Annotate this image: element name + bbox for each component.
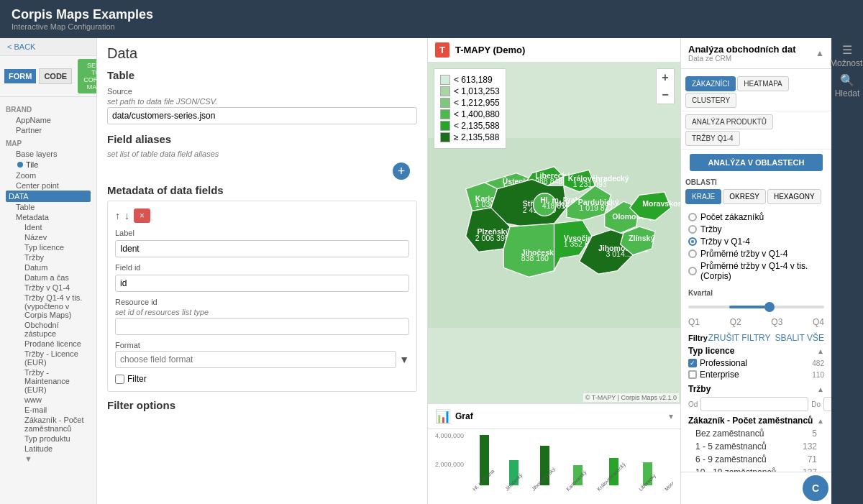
- oblasti-tab-kraje[interactable]: KRAJE: [685, 189, 721, 204]
- zakaznik-filter-header: Zákazník - Počet zaměstnanců ▲: [688, 416, 824, 426]
- radio-pocet-zakazniku[interactable]: Počet zákazníků: [688, 212, 824, 222]
- format-input[interactable]: [115, 351, 396, 368]
- sidebar-item-trzby[interactable]: Tržby: [23, 252, 91, 262]
- radio-prumerne-trzby-q14[interactable]: Průměrné tržby v Q1-4: [688, 249, 824, 259]
- tab-analyza-v-oblastech[interactable]: ANALÝZA V OBLASTECH: [690, 154, 823, 171]
- sbalit-vse-link[interactable]: SBALIT VŠE: [775, 333, 824, 343]
- sidebar-item-trzbyq14[interactable]: Tržby v Q1-4: [23, 283, 91, 293]
- sidebar-item-www[interactable]: www: [23, 395, 91, 405]
- move-down-button[interactable]: ↓: [124, 210, 129, 221]
- radio-trzby[interactable]: Tržby: [688, 224, 824, 234]
- tab-heatmapa[interactable]: HEATMAPA: [737, 76, 789, 91]
- sidebar-item-zakaznikpocet[interactable]: Zákazník - Počet zaměstnanců: [23, 415, 91, 434]
- sidebar-item-data[interactable]: DATA: [6, 191, 91, 202]
- radio-label-2: Tržby: [700, 224, 722, 234]
- tmapy-logo: T: [435, 42, 449, 58]
- filter-check-input[interactable]: [115, 375, 124, 384]
- enterprise-label[interactable]: Enterprise: [688, 370, 739, 380]
- map-legend: < 613,189 < 1,013,253 < 1,212,955 < 1,40…: [434, 68, 506, 149]
- legend-value-2: < 1,013,253: [454, 86, 500, 96]
- sidebar-item-ident[interactable]: Ident: [23, 222, 91, 232]
- metadata-subitems: Ident Název Typ licence Tržby Datum Datu…: [14, 222, 91, 464]
- sidebar-item-trzbyligence[interactable]: Tržby - Licence (EUR): [23, 349, 91, 367]
- source-input[interactable]: [107, 107, 417, 124]
- tab-analyza-produktu[interactable]: ANALÝZA PRODUKTŮ: [685, 114, 773, 129]
- sidebar-item-typlicence[interactable]: Typ licence: [23, 242, 91, 252]
- map-container[interactable]: < 613,189 < 1,013,253 < 1,212,955 < 1,40…: [428, 63, 680, 403]
- back-button[interactable]: < BACK: [0, 38, 96, 56]
- delete-button[interactable]: ×: [134, 209, 150, 223]
- sidebar-item-baselayers[interactable]: Base layers: [14, 149, 91, 159]
- trzby-chevron-icon[interactable]: ▲: [817, 385, 824, 393]
- tabs-row-2: ANALÝZA PRODUKTŮ TRŽBY Q1-4: [681, 111, 831, 150]
- tab-code[interactable]: CODE: [39, 68, 72, 84]
- radio-label-3: Tržby v Q1-4: [700, 237, 750, 247]
- trzby-od-input[interactable]: [700, 397, 808, 411]
- tab-clustery[interactable]: CLUSTERY: [685, 93, 736, 108]
- sidebar-item-typprodukt[interactable]: Typ produktu: [23, 434, 91, 444]
- chart-panel: 📊 Graf ▾ 4,000,000 2,000,000 Hl. m. Prah…: [428, 403, 680, 504]
- hledat-button[interactable]: 🔍 Hledat: [833, 71, 862, 100]
- zoom-out-button[interactable]: −: [657, 86, 674, 104]
- zrusit-filtry-link[interactable]: ZRUŠIT FILTRY: [708, 333, 771, 343]
- right-panel: Analýza obchodních dat Data ze CRM ▲ ZÁK…: [680, 38, 831, 504]
- send-button[interactable]: SEND TO CORPIS MAPS: [78, 59, 97, 93]
- sidebar-item-partner[interactable]: Partner: [14, 125, 91, 135]
- sidebar-item-datum[interactable]: Datum: [23, 262, 91, 272]
- zakaznik-filter-label: Zákazník - Počet zaměstnanců: [688, 416, 813, 426]
- enterprise-checkbox[interactable]: [688, 370, 697, 379]
- filter-checkbox[interactable]: Filter: [115, 374, 409, 384]
- svg-text:Moravskoslezský: Moravskoslezský: [642, 199, 680, 208]
- typ-licence-header: Typ licence ▲: [688, 346, 824, 356]
- sidebar-item-obchzastupce[interactable]: Obchodní zástupce: [23, 320, 91, 339]
- sidebar-item-prodanelicence[interactable]: Prodané licence: [23, 339, 91, 349]
- legend-item-6: ≥ 2,135,588: [440, 132, 500, 142]
- sidebar-item-appname[interactable]: AppName: [14, 115, 91, 125]
- zoom-in-button[interactable]: +: [657, 69, 674, 86]
- oblasti-tab-okresy[interactable]: OKRESY: [723, 189, 766, 204]
- table-section-title: Table: [107, 69, 417, 81]
- oblasti-tab-hexagony[interactable]: HEXAGONY: [767, 189, 821, 204]
- chart-expand-icon[interactable]: ▾: [669, 411, 673, 421]
- slider-thumb[interactable]: [764, 302, 775, 312]
- sidebar-item-trzbymaint[interactable]: Tržby - Maintenance (EUR): [23, 367, 91, 395]
- sidebar-item-trzbyq14tis[interactable]: Tržby Q1-4 v tis. (vypočteno v Corpis Ma…: [23, 293, 91, 320]
- professional-label[interactable]: ✓ Professional: [688, 358, 747, 368]
- field-id-input[interactable]: [115, 275, 409, 292]
- count-bez-label: Bez zaměstnanců: [695, 429, 764, 439]
- sidebar-item-zoom[interactable]: Zoom: [14, 170, 91, 180]
- resource-id-input[interactable]: [115, 318, 409, 335]
- legend-color-1: [440, 75, 450, 85]
- sidebar-item-tile[interactable]: Tile: [14, 159, 91, 170]
- add-field-button[interactable]: +: [393, 162, 410, 180]
- right-panel-collapse-icon[interactable]: ▲: [816, 48, 824, 58]
- kvartal-slider[interactable]: [688, 300, 824, 314]
- tab-form[interactable]: FORM: [4, 69, 36, 83]
- label-field-label: Label: [115, 229, 409, 237]
- sidebar-item-more[interactable]: ▼: [23, 454, 91, 464]
- sidebar-item-datumcas[interactable]: Datum a čas: [23, 272, 91, 283]
- trzby-od-label: Od: [688, 400, 698, 408]
- zakaznik-chevron-icon[interactable]: ▲: [817, 417, 824, 425]
- radio-trzby-q14[interactable]: Tržby v Q1-4: [688, 237, 824, 247]
- sidebar-item-centerpoint[interactable]: Center point: [14, 180, 91, 191]
- moznosti-button[interactable]: ☰ Možnosti: [833, 41, 862, 70]
- sidebar-item-latitude[interactable]: Latitude: [23, 444, 91, 454]
- resource-id-label: Resource id: [115, 298, 409, 306]
- trzby-do-input[interactable]: [823, 397, 831, 411]
- move-up-button[interactable]: ↑: [115, 210, 120, 221]
- tab-trzby-q14[interactable]: TRŽBY Q1-4: [685, 131, 740, 146]
- zakaznik-count-list: Bez zaměstnanců 5 1 - 5 zaměstnanců 132 …: [688, 428, 824, 472]
- radio-prumerne-trzby-q14-corpis[interactable]: Průměrné tržby v Q1-4 v tis. (Corpis): [688, 261, 824, 281]
- sidebar-item-table[interactable]: Table: [14, 202, 91, 212]
- corpis-logo-button[interactable]: C: [803, 475, 828, 501]
- y-axis-mid: 2,000,000: [435, 461, 673, 468]
- label-input[interactable]: [115, 240, 409, 257]
- sidebar-item-nazev[interactable]: Název: [23, 232, 91, 242]
- typ-licence-chevron-icon[interactable]: ▲: [817, 347, 824, 355]
- sidebar-item-email[interactable]: E-mail: [23, 405, 91, 415]
- sidebar-item-metadata[interactable]: Metadata: [14, 212, 91, 222]
- typ-licence-filter: Typ licence ▲ ✓ Professional 482: [688, 346, 824, 380]
- tab-zakaznici[interactable]: ZÁKAZNÍCI: [685, 76, 736, 91]
- professional-checkbox[interactable]: ✓: [688, 359, 697, 367]
